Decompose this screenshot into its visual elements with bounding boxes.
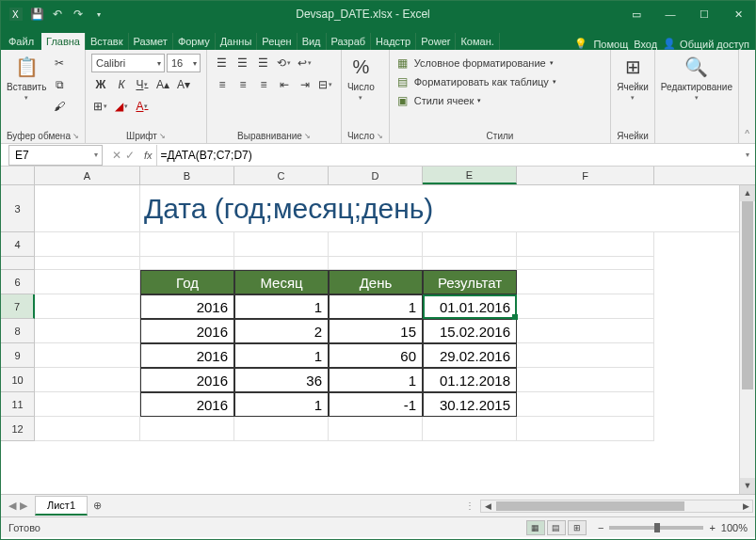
tab-data[interactable]: Данны <box>216 33 258 50</box>
cell-f6[interactable] <box>517 270 654 294</box>
row-header-9[interactable]: 9 <box>1 343 35 368</box>
zoom-knob[interactable] <box>654 523 660 532</box>
cell-a4[interactable] <box>35 232 140 257</box>
cell-b12[interactable] <box>140 417 234 441</box>
cell-a11[interactable] <box>35 392 140 417</box>
cell-b3-title[interactable]: Дата (год;месяц;день) <box>140 185 517 232</box>
cell-e11[interactable]: 30.12.2015 <box>423 392 517 417</box>
expand-formula-icon[interactable]: ▾ <box>739 151 755 159</box>
cell-e7[interactable]: 01.01.2016 <box>423 294 517 319</box>
scroll-down-icon[interactable]: ▼ <box>740 478 755 494</box>
col-header-e[interactable]: E <box>423 167 517 184</box>
tab-dev[interactable]: Разраб <box>327 33 372 50</box>
row-header-12[interactable]: 12 <box>1 417 35 441</box>
formula-input[interactable]: =ДАТА(B7;C7;D7) <box>156 145 739 166</box>
zoom-in-button[interactable]: + <box>709 522 715 533</box>
cell-c4[interactable] <box>234 232 329 257</box>
col-header-f[interactable]: F <box>517 167 654 184</box>
conditional-formatting-button[interactable]: ▦Условное форматирование▾ <box>395 54 554 72</box>
number-button[interactable]: % Число ▾ <box>347 54 375 102</box>
wrap-text-icon[interactable]: ↩ <box>296 54 314 72</box>
cell-c12[interactable] <box>234 417 329 441</box>
new-sheet-button[interactable]: ⊕ <box>88 500 106 512</box>
maximize-button[interactable]: ☐ <box>687 1 721 27</box>
align-right-icon[interactable]: ≡ <box>254 75 273 94</box>
cancel-formula-icon[interactable]: ✕ <box>112 149 121 162</box>
underline-button[interactable]: Ч <box>133 75 152 94</box>
cell-styles-button[interactable]: ▣Стили ячеек▾ <box>395 91 481 110</box>
cell-c6-header[interactable]: Месяц <box>234 270 329 294</box>
row-header-6[interactable]: 6 <box>1 270 35 294</box>
cell-b4[interactable] <box>140 232 234 257</box>
vertical-scrollbar[interactable]: ▲ ▼ <box>739 185 755 494</box>
redo-icon[interactable]: ↷ <box>71 7 86 22</box>
align-launcher-icon[interactable]: ↘ <box>304 132 311 140</box>
number-launcher-icon[interactable]: ↘ <box>377 132 383 140</box>
cell-b5[interactable] <box>140 257 234 270</box>
cell-d11[interactable]: -1 <box>329 392 423 417</box>
sheet-tab-1[interactable]: Лист1 <box>35 496 88 516</box>
col-header-a[interactable]: A <box>35 167 140 184</box>
clipboard-launcher-icon[interactable]: ↘ <box>72 132 79 140</box>
cell-c8[interactable]: 2 <box>234 319 329 343</box>
cell-b8[interactable]: 2016 <box>140 319 234 343</box>
tab-team[interactable]: Коман. <box>456 33 499 50</box>
italic-button[interactable]: К <box>112 75 131 94</box>
row-header-7[interactable]: 7 <box>1 294 35 319</box>
save-icon[interactable]: 💾 <box>29 7 44 22</box>
col-header-b[interactable]: B <box>140 167 234 184</box>
font-name-select[interactable]: Calibri <box>91 54 165 72</box>
row-header-8[interactable]: 8 <box>1 319 35 343</box>
minimize-button[interactable]: — <box>653 1 687 27</box>
tab-addins[interactable]: Надстр <box>371 33 416 50</box>
row-header-3[interactable]: 3 <box>1 185 35 232</box>
select-all-corner[interactable] <box>1 167 35 184</box>
format-painter-icon[interactable]: 🖌 <box>50 97 69 116</box>
share-button[interactable]: 👤 Общий доступ <box>663 38 749 50</box>
font-color-icon[interactable]: A <box>133 97 152 116</box>
cell-b6-header[interactable]: Год <box>140 270 234 294</box>
cell-a3[interactable] <box>35 185 140 232</box>
cell-f4[interactable] <box>517 232 654 257</box>
cell-d7[interactable]: 1 <box>329 294 423 319</box>
hscroll-left-icon[interactable]: ◀ <box>481 501 494 511</box>
row-header-11[interactable]: 11 <box>1 392 35 417</box>
indent-decrease-icon[interactable]: ⇤ <box>275 75 294 94</box>
tab-home[interactable]: Главна <box>41 33 86 50</box>
format-as-table-button[interactable]: ▤Форматировать как таблицу▾ <box>395 72 556 91</box>
paste-button[interactable]: 📋 Вставить ▾ <box>7 54 46 102</box>
merge-icon[interactable]: ⊟ <box>316 75 335 94</box>
align-middle-icon[interactable]: ☰ <box>233 54 252 72</box>
align-left-icon[interactable]: ≡ <box>213 75 232 94</box>
cell-a5[interactable] <box>35 257 140 270</box>
font-size-select[interactable]: 16 <box>167 54 201 72</box>
cell-d4[interactable] <box>329 232 423 257</box>
cell-c11[interactable]: 1 <box>234 392 329 417</box>
cell-f11[interactable] <box>517 392 654 417</box>
tab-power[interactable]: Power <box>416 33 456 50</box>
cell-d12[interactable] <box>329 417 423 441</box>
scroll-up-icon[interactable]: ▲ <box>740 185 755 201</box>
tell-me[interactable]: Помощ <box>593 39 628 50</box>
font-launcher-icon[interactable]: ↘ <box>159 132 166 140</box>
page-layout-view-icon[interactable]: ▤ <box>547 520 566 535</box>
tab-view[interactable]: Вид <box>298 33 327 50</box>
sign-in[interactable]: Вход <box>634 39 657 50</box>
cell-e10[interactable]: 01.12.2018 <box>423 368 517 392</box>
sheet-nav-prev-icon[interactable]: ◀ <box>8 500 16 512</box>
cell-a9[interactable] <box>35 343 140 368</box>
qat-dropdown-icon[interactable]: ▾ <box>91 7 106 22</box>
page-break-view-icon[interactable]: ⊞ <box>568 520 587 535</box>
tab-formulas[interactable]: Форму <box>173 33 216 50</box>
align-top-icon[interactable]: ☰ <box>213 54 232 72</box>
cell-b11[interactable]: 2016 <box>140 392 234 417</box>
fill-color-icon[interactable]: ◢ <box>112 97 131 116</box>
fx-icon[interactable]: fx <box>140 150 156 161</box>
tab-layout[interactable]: Размет <box>129 33 173 50</box>
cut-icon[interactable]: ✂ <box>50 54 69 72</box>
tab-review[interactable]: Рецен <box>257 33 297 50</box>
cell-e9[interactable]: 29.02.2016 <box>423 343 517 368</box>
bold-button[interactable]: Ж <box>91 75 110 94</box>
horizontal-scrollbar[interactable]: ◀ ▶ <box>480 500 753 513</box>
cell-e8[interactable]: 15.02.2016 <box>423 319 517 343</box>
